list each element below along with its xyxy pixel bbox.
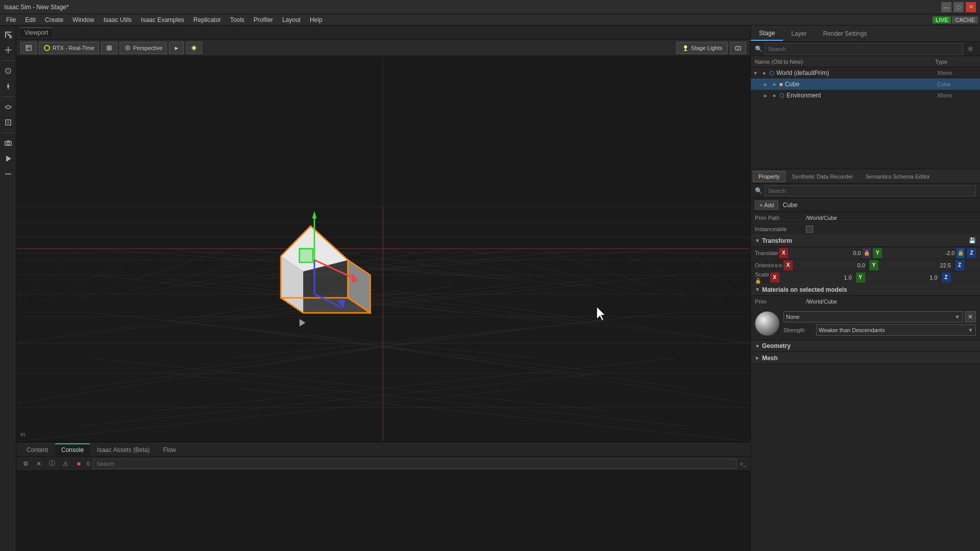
menu-isaac-utils[interactable]: Isaac Utils	[100, 15, 136, 24]
scale-z-tag: Z	[942, 272, 951, 283]
stage-filter-button[interactable]: ⚛	[965, 45, 976, 53]
tab-console[interactable]: Console	[55, 443, 90, 456]
filter-button[interactable]: ⚙	[20, 459, 31, 469]
scale-y-input[interactable]	[865, 272, 940, 283]
tab-render-settings[interactable]: Render Settings	[815, 27, 875, 40]
menu-profiler[interactable]: Profiler	[250, 15, 277, 24]
material-row: None ▼ ✕ Strength Weaker than Descendant…	[751, 307, 980, 340]
tab-isaac-assets[interactable]: Isaac Assets (Beta)	[91, 443, 156, 456]
console-search-input[interactable]	[93, 459, 737, 469]
material-dropdown[interactable]: None ▼	[783, 311, 963, 322]
menu-layout[interactable]: Layout	[278, 15, 305, 24]
orient-y-input[interactable]	[878, 260, 953, 270]
visibility-icon-cube[interactable]: ●	[770, 81, 778, 87]
materials-section-header[interactable]: ▼ Materials on selected models	[751, 284, 980, 296]
right-panel: Stage Layer Render Settings 🔍 ⚛ Name (Ol…	[750, 26, 980, 551]
tree-item-world[interactable]: ▼ ● ⬡ World (defaultPrim) Xform	[751, 67, 980, 79]
prop-tab-property[interactable]: Property	[753, 171, 786, 182]
translate-y-input[interactable]	[882, 248, 957, 258]
camera-tool-button[interactable]	[1, 136, 15, 151]
strength-dropdown[interactable]: Weaker than Descendants ▼	[816, 324, 976, 336]
add-property-button[interactable]: + Add	[755, 201, 778, 210]
property-search-input[interactable]	[765, 185, 976, 196]
stage-search-input[interactable]	[765, 43, 963, 55]
viewport-settings-button[interactable]	[20, 42, 37, 54]
orient-y-field: Y	[869, 260, 953, 270]
transform-tool-button[interactable]	[1, 115, 15, 130]
camera-view-button[interactable]	[730, 42, 746, 54]
orient-x-input[interactable]	[793, 260, 867, 270]
menu-replicator[interactable]: Replicator	[189, 15, 225, 24]
headlight-button[interactable]	[186, 42, 202, 54]
menu-window[interactable]: Window	[68, 15, 99, 24]
tree-item-cube[interactable]: ► ● ■ Cube Cube	[751, 79, 980, 90]
scale-z-input[interactable]	[951, 272, 980, 283]
snap-tool-button[interactable]	[1, 100, 15, 114]
window-controls[interactable]: — □ ✕	[941, 2, 976, 12]
tab-stage[interactable]: Stage	[751, 27, 783, 41]
close-button[interactable]: ✕	[966, 2, 976, 12]
geometry-section-label: Geometry	[762, 342, 791, 349]
visibility-icon-env[interactable]: ●	[770, 92, 778, 98]
stage-lights-button[interactable]: Stage Lights	[676, 42, 728, 54]
menu-help[interactable]: Help	[306, 15, 327, 24]
tree-item-environment[interactable]: ► ● ⬡ Environment Xform	[751, 90, 980, 101]
x-axis-tag: X	[779, 248, 788, 258]
translate-z-input[interactable]	[976, 248, 980, 258]
orient-z-input[interactable]	[964, 260, 980, 270]
menu-tools[interactable]: Tools	[226, 15, 249, 24]
tree-item-type-world: Xform	[937, 70, 978, 76]
rotate-tool-button[interactable]	[1, 64, 15, 78]
tab-layer[interactable]: Layer	[783, 27, 815, 40]
orient-x-tag: X	[783, 260, 793, 270]
menu-create[interactable]: Create	[41, 15, 67, 24]
clear-button[interactable]: ✕	[34, 459, 44, 469]
move-tool-button[interactable]	[1, 43, 15, 57]
select-tool-button[interactable]	[1, 28, 15, 42]
material-prim-label: Prim	[755, 298, 806, 305]
render-mode-button[interactable]	[101, 42, 117, 54]
geometry-section-header[interactable]: ▼ Geometry	[751, 340, 980, 352]
mesh-section-header[interactable]: ► Mesh	[751, 352, 980, 364]
renderer-button[interactable]: RTX - Real-Time	[39, 42, 99, 54]
more-tools-button[interactable]	[1, 167, 15, 181]
menu-isaac-examples[interactable]: Isaac Examples	[137, 15, 188, 24]
camera-next-button[interactable]: ►	[169, 42, 184, 54]
translate-y-lock[interactable]: 🔒	[957, 248, 965, 258]
bottom-content	[16, 471, 750, 551]
transform-action[interactable]: 💾	[969, 237, 976, 244]
tab-content[interactable]: Content	[20, 443, 54, 456]
strength-label: Strength	[783, 327, 814, 333]
minimize-button[interactable]: —	[941, 2, 951, 12]
property-add-row: + Add Cube	[751, 198, 980, 212]
translate-x-lock[interactable]: 🔒	[863, 248, 871, 258]
tree-item-type-cube: Cube	[937, 81, 978, 87]
transform-section-header[interactable]: ▼ Transform 💾	[751, 235, 980, 247]
toolbar-sep-1	[2, 60, 14, 61]
viewport-unit: m	[20, 431, 25, 437]
material-prim-value: /World/Cube	[806, 298, 976, 305]
instanceable-checkbox[interactable]	[806, 226, 813, 233]
material-clear-button[interactable]: ✕	[965, 311, 976, 322]
menu-edit[interactable]: Edit	[21, 15, 40, 24]
play-button[interactable]	[1, 152, 15, 166]
visibility-icon[interactable]: ●	[760, 70, 768, 76]
scale-z-field: Z	[942, 272, 980, 283]
prop-tab-synthetic[interactable]: Synthetic Data Recorder	[787, 171, 859, 182]
scale-x-input[interactable]	[779, 272, 854, 283]
translate-x-input[interactable]	[788, 248, 863, 258]
tree-item-type-env: Xform	[937, 92, 978, 98]
prop-tab-semantics[interactable]: Semantics Schema Editor	[860, 171, 936, 182]
info-button[interactable]: ⓘ	[47, 459, 57, 469]
menu-file[interactable]: File	[2, 15, 20, 24]
tab-flow[interactable]: Flow	[157, 443, 182, 456]
orient-z-tag: Z	[955, 260, 964, 270]
error-button[interactable]: ■	[74, 459, 84, 469]
warning-button[interactable]: ⚠	[60, 459, 70, 469]
camera-button[interactable]: Perspective	[119, 42, 167, 54]
scale-tool-button[interactable]	[1, 79, 15, 93]
viewport-canvas[interactable]: m	[16, 56, 750, 441]
prim-type-icon-env: ⬡	[779, 92, 785, 99]
instanceable-row: Instanceable	[751, 223, 980, 235]
maximize-button[interactable]: □	[953, 2, 964, 12]
